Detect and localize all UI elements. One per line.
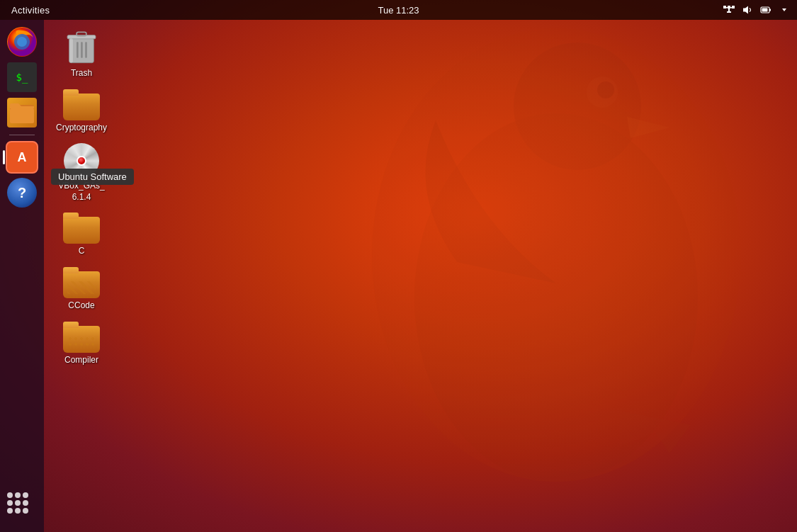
dock: $_ A ? bbox=[0, 20, 44, 532]
volume-icon[interactable] bbox=[740, 3, 754, 17]
svg-rect-12 bbox=[769, 9, 771, 11]
cryptography-folder-icon bbox=[63, 89, 100, 120]
panel-clock[interactable]: Tue 11:23 bbox=[378, 5, 419, 16]
c-folder-label: C bbox=[79, 246, 85, 257]
panel-left: Activities bbox=[0, 4, 55, 17]
dock-item-files[interactable] bbox=[6, 96, 38, 129]
grid-dot bbox=[23, 500, 28, 506]
ubuntu-software-tooltip: Ubuntu Software bbox=[51, 169, 134, 185]
desktop: Activities Tue 11:23 bbox=[0, 0, 797, 532]
c-folder-icon bbox=[63, 213, 100, 244]
system-menu-arrow[interactable] bbox=[777, 3, 791, 17]
svg-rect-18 bbox=[10, 108, 34, 123]
cd-center bbox=[77, 156, 86, 166]
dock-separator bbox=[9, 135, 35, 135]
battery-icon[interactable] bbox=[759, 3, 773, 17]
svg-rect-9 bbox=[728, 9, 730, 11]
grid-dot bbox=[23, 492, 28, 498]
panel-right bbox=[722, 3, 797, 17]
grid-dot bbox=[15, 500, 21, 506]
dock-item-terminal[interactable]: $_ bbox=[6, 61, 38, 94]
trash-label: Trash bbox=[71, 68, 92, 79]
svg-rect-24 bbox=[85, 42, 87, 58]
grid-dot bbox=[15, 508, 21, 514]
svg-text:A: A bbox=[18, 150, 27, 164]
grid-dot bbox=[23, 508, 28, 514]
ubuntu-software-icon: A bbox=[6, 141, 38, 174]
svg-rect-27 bbox=[69, 38, 73, 63]
grid-dot bbox=[7, 508, 13, 514]
terminal-icon: $_ bbox=[7, 62, 37, 92]
help-icon: ? bbox=[7, 178, 37, 208]
activities-button[interactable]: Activities bbox=[6, 4, 55, 17]
desktop-icons-area: Trash Cryptography VBox_GAs_ 6.1.4 C bbox=[50, 25, 113, 371]
compiler-folder-icon bbox=[63, 322, 100, 353]
desktop-icon-ccode[interactable]: CCode bbox=[50, 263, 113, 316]
dock-item-ubuntu-software[interactable]: A bbox=[6, 141, 38, 174]
grid-dot bbox=[7, 500, 13, 506]
desktop-icon-c[interactable]: C bbox=[50, 208, 113, 261]
svg-rect-8 bbox=[725, 7, 733, 9]
svg-rect-22 bbox=[77, 42, 79, 58]
ccode-label: CCode bbox=[68, 300, 94, 312]
svg-point-3 bbox=[597, 81, 614, 98]
show-applications-button[interactable] bbox=[7, 492, 37, 515]
firefox-icon bbox=[7, 27, 37, 57]
grid-dot bbox=[15, 492, 21, 498]
ccode-folder-icon bbox=[63, 267, 100, 298]
trash-icon bbox=[63, 29, 100, 66]
svg-rect-10 bbox=[727, 11, 731, 13]
svg-point-16 bbox=[17, 37, 27, 47]
compiler-label: Compiler bbox=[64, 355, 98, 366]
cryptography-label: Cryptography bbox=[56, 123, 107, 134]
svg-rect-13 bbox=[762, 9, 768, 12]
grid-dot bbox=[7, 492, 13, 498]
desktop-icon-trash[interactable]: Trash bbox=[50, 25, 113, 84]
desktop-icon-compiler[interactable]: Compiler bbox=[50, 317, 113, 370]
svg-rect-26 bbox=[77, 32, 86, 35]
dock-item-firefox[interactable] bbox=[6, 26, 38, 58]
top-panel: Activities Tue 11:23 bbox=[0, 0, 797, 20]
files-icon bbox=[7, 98, 37, 128]
dock-item-help[interactable]: ? bbox=[6, 176, 38, 209]
desktop-icon-cryptography[interactable]: Cryptography bbox=[50, 85, 113, 138]
svg-rect-23 bbox=[81, 42, 83, 58]
desktop-wallpaper-bird bbox=[351, 14, 762, 496]
network-icon[interactable] bbox=[722, 3, 736, 17]
